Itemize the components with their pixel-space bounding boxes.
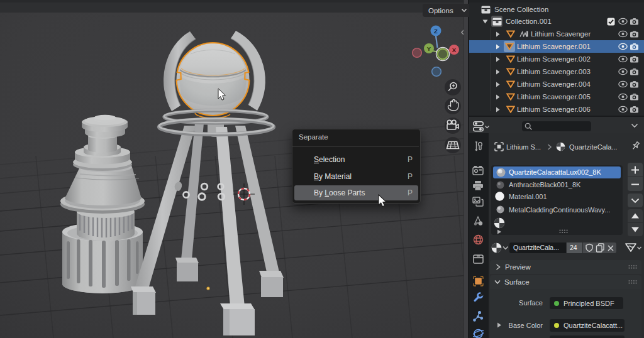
svg-text:Y: Y (427, 45, 431, 52)
svg-text:X: X (452, 46, 457, 53)
svg-text:Z: Z (434, 28, 438, 35)
